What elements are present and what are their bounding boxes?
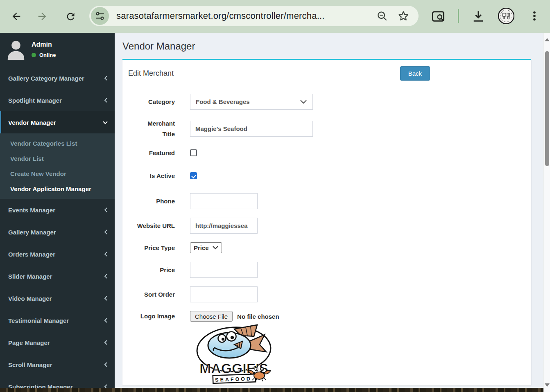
forward-button[interactable] bbox=[34, 8, 50, 25]
chevron-left-icon bbox=[103, 75, 108, 81]
chevron-left-icon bbox=[103, 273, 108, 279]
sidebar-item-page-manager[interactable]: Page Manager bbox=[0, 331, 115, 354]
category-label: Category bbox=[128, 97, 175, 107]
sidebar-item-gallery-category-manager[interactable]: Gallery Category Manager bbox=[0, 67, 115, 89]
sidebar-item-events-manager[interactable]: Events Manager bbox=[0, 199, 115, 221]
panel-title: Edit Merchant bbox=[128, 69, 174, 78]
desktop-background-strip bbox=[0, 388, 543, 392]
merchant-title-label: Merchant Title bbox=[128, 118, 175, 139]
is-active-row: Is Active bbox=[128, 171, 531, 181]
scroll-up-button[interactable] bbox=[545, 38, 550, 41]
reload-button[interactable] bbox=[62, 8, 79, 25]
sidebar-item-subscription-manager[interactable]: Subscription Manager bbox=[0, 376, 115, 388]
address-bar[interactable]: sarasotafarmersmarket.org/cmscontroller/… bbox=[89, 6, 419, 26]
website-url-input[interactable] bbox=[190, 218, 258, 234]
price-type-label: Price Type bbox=[128, 243, 175, 253]
tune-icon bbox=[95, 11, 105, 21]
category-select[interactable]: Food & Beverages bbox=[190, 94, 313, 110]
sidebar-menu: Gallery Category Manager Spotlight Manag… bbox=[0, 67, 115, 388]
online-status-icon bbox=[32, 53, 36, 57]
site-settings-button[interactable] bbox=[91, 7, 109, 25]
chevron-left-icon bbox=[103, 340, 108, 345]
chevron-left-icon bbox=[103, 251, 108, 257]
sidebar-item-scroll-manager[interactable]: Scroll Manager bbox=[0, 354, 115, 376]
sidebar-item-slider-manager[interactable]: Slider Manager bbox=[0, 265, 115, 287]
logo-image-row: Logo Image Choose File No file chosen bbox=[128, 311, 531, 322]
price-row: Price bbox=[128, 262, 531, 278]
featured-checkbox[interactable] bbox=[190, 149, 197, 156]
merchant-title-input[interactable] bbox=[190, 121, 313, 137]
sidebar-item-vendor-manager[interactable]: Vendor Manager bbox=[0, 111, 115, 133]
menu-button[interactable] bbox=[527, 9, 541, 25]
phone-input[interactable] bbox=[190, 193, 258, 209]
sidebar-item-spotlight-manager[interactable]: Spotlight Manager bbox=[0, 89, 115, 111]
chevron-down-icon bbox=[102, 120, 108, 125]
sort-order-row: Sort Order bbox=[128, 286, 531, 302]
page-title: Vendor Manager bbox=[122, 41, 543, 52]
chevron-left-icon bbox=[103, 318, 108, 323]
logo-image-label: Logo Image bbox=[128, 311, 175, 322]
download-button[interactable] bbox=[471, 9, 486, 25]
price-type-select[interactable]: Price bbox=[190, 242, 222, 253]
chevron-left-icon bbox=[103, 295, 108, 301]
profile-avatar[interactable] bbox=[498, 8, 514, 24]
tab-search-icon bbox=[431, 9, 446, 24]
is-active-checkbox[interactable] bbox=[190, 172, 197, 179]
chevron-left-icon bbox=[103, 384, 108, 388]
browser-toolbar: sarasotafarmersmarket.org/cmscontroller/… bbox=[0, 0, 550, 33]
sidebar: Admin Online Gallery Category Manager Sp… bbox=[0, 33, 115, 388]
sidebar-subitem-create-new-vendor[interactable]: Create New Vendor bbox=[0, 166, 115, 181]
edit-merchant-form: Category Food & Beverages Merchant Title… bbox=[122, 87, 531, 385]
sidebar-subitem-vendor-list[interactable]: Vendor List bbox=[0, 151, 115, 166]
zoom-icon[interactable] bbox=[376, 10, 388, 22]
sort-order-label: Sort Order bbox=[128, 289, 175, 300]
main-content: Vendor Manager Edit Merchant Back Catego… bbox=[115, 33, 543, 388]
sidebar-item-testimonial-manager[interactable]: Testimonial Manager bbox=[0, 309, 115, 331]
back-button[interactable] bbox=[8, 8, 25, 25]
kebab-menu-icon bbox=[527, 9, 541, 23]
phone-row: Phone bbox=[128, 193, 531, 209]
chevron-down-icon bbox=[213, 246, 218, 250]
sidebar-subitem-vendor-categories-list[interactable]: Vendor Categories List bbox=[0, 136, 115, 151]
is-active-label: Is Active bbox=[128, 171, 175, 181]
user-name: Admin bbox=[32, 41, 56, 48]
chevron-left-icon bbox=[103, 207, 108, 213]
sidebar-item-video-manager[interactable]: Video Manager bbox=[0, 287, 115, 309]
forward-arrow-icon bbox=[36, 11, 48, 22]
toolbar-divider bbox=[458, 9, 459, 23]
sort-order-input[interactable] bbox=[190, 286, 258, 302]
bookmark-star-icon[interactable] bbox=[397, 10, 410, 22]
price-type-selected-value: Price bbox=[194, 244, 209, 251]
back-arrow-icon bbox=[11, 11, 22, 22]
profile-emblem-icon bbox=[498, 8, 514, 24]
scrollbar-thumb[interactable] bbox=[545, 51, 549, 166]
user-avatar-icon bbox=[6, 39, 26, 60]
chevron-left-icon bbox=[103, 97, 108, 103]
price-label: Price bbox=[128, 265, 175, 275]
chevron-left-icon bbox=[103, 362, 108, 367]
website-url-row: Website URL bbox=[128, 218, 531, 234]
featured-label: Featured bbox=[128, 148, 175, 158]
online-status-label: Online bbox=[39, 52, 56, 58]
user-panel: Admin Online bbox=[0, 33, 115, 64]
tab-search-button[interactable] bbox=[431, 9, 446, 25]
file-status-text: No file chosen bbox=[237, 313, 279, 320]
choose-file-button[interactable]: Choose File bbox=[190, 311, 233, 322]
address-url: sarasotafarmersmarket.org/cmscontroller/… bbox=[116, 11, 376, 21]
phone-label: Phone bbox=[128, 196, 175, 207]
chevron-left-icon bbox=[103, 229, 108, 235]
vendor-manager-submenu: Vendor Categories List Vendor List Creat… bbox=[0, 133, 115, 199]
category-selected-value: Food & Beverages bbox=[196, 98, 250, 105]
scroll-down-button[interactable] bbox=[545, 383, 550, 387]
sidebar-item-orders-manager[interactable]: Orders Manager bbox=[0, 243, 115, 265]
sidebar-item-gallery-manager[interactable]: Gallery Manager bbox=[0, 221, 115, 243]
back-button-panel[interactable]: Back bbox=[400, 66, 430, 81]
merchant-logo-preview: MAGGIE'S SEAFOOD bbox=[195, 323, 531, 385]
price-input[interactable] bbox=[190, 262, 258, 278]
download-icon bbox=[471, 9, 486, 24]
edit-merchant-panel: Edit Merchant Back Category Food & Bever… bbox=[122, 59, 531, 385]
chevron-down-icon bbox=[300, 99, 307, 104]
panel-header: Edit Merchant Back bbox=[122, 60, 531, 87]
reload-icon bbox=[65, 11, 76, 22]
sidebar-subitem-vendor-applicaton-manager[interactable]: Vendor Applicaton Manager bbox=[0, 181, 115, 196]
